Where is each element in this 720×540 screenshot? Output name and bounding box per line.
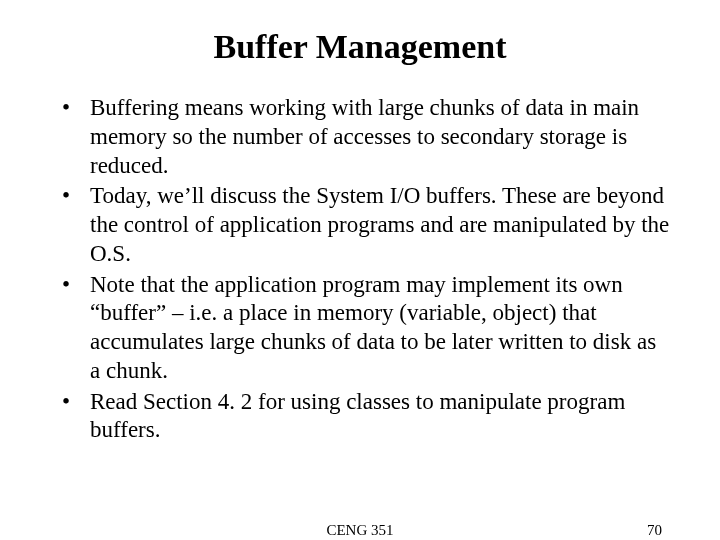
footer-course-code: CENG 351 (0, 522, 720, 539)
bullet-item: Buffering means working with large chunk… (62, 94, 670, 180)
bullet-list: Buffering means working with large chunk… (50, 94, 670, 445)
bullet-item: Today, we’ll discuss the System I/O buff… (62, 182, 670, 268)
bullet-item: Read Section 4. 2 for using classes to m… (62, 388, 670, 446)
slide: Buffer Management Buffering means workin… (0, 0, 720, 540)
bullet-item: Note that the application program may im… (62, 271, 670, 386)
footer-page-number: 70 (647, 522, 662, 539)
slide-title: Buffer Management (50, 28, 670, 66)
